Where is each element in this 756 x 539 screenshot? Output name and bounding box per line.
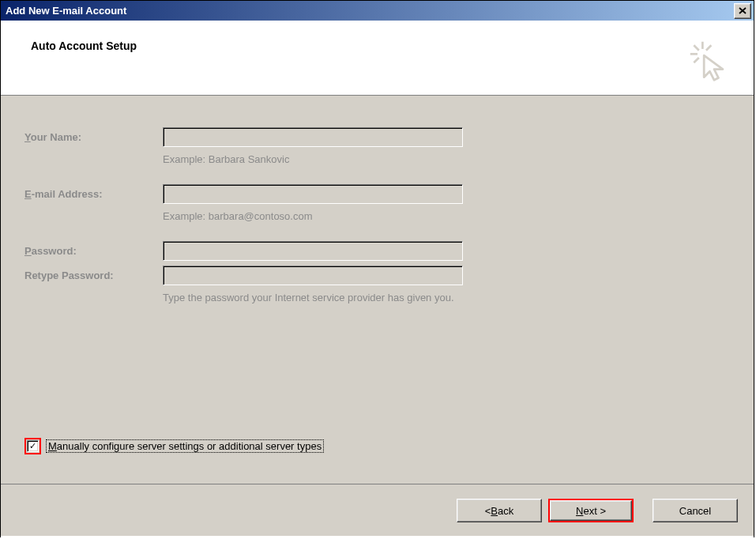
form-area: Your Name: Example: Barbara Sankovic E-m… [1,96,754,484]
page-title: Auto Account Setup [31,40,137,52]
retype-label: Retype Password: [24,266,163,281]
name-input [163,127,463,147]
manual-config-label[interactable]: Manually configure server settings or ad… [46,439,324,453]
password-input [163,241,463,261]
wizard-header: Auto Account Setup [1,21,754,96]
close-button[interactable] [734,3,751,19]
email-label: E-mail Address: [24,184,163,200]
cursor-spark-icon [688,40,732,85]
svg-line-2 [694,45,698,50]
check-icon: ✓ [29,442,36,450]
email-input [163,184,463,204]
titlebar[interactable]: Add New E-mail Account [1,1,754,21]
retype-hint: Type the password your Internet service … [163,292,463,303]
password-label: Password: [24,241,163,257]
wizard-footer: < Back Next > Cancel [1,484,754,537]
close-icon [739,7,747,14]
email-hint: Example: barbara@contoso.com [163,210,463,222]
svg-line-3 [706,45,711,50]
cancel-button[interactable]: Cancel [653,499,738,522]
name-hint: Example: Barbara Sankovic [163,153,463,165]
window-title: Add New E-mail Account [6,5,734,17]
manual-config-checkbox[interactable]: ✓ [27,440,39,452]
back-button[interactable]: < Back [457,499,542,522]
svg-line-4 [694,58,698,62]
retype-input [163,266,463,285]
name-label: Your Name: [24,127,163,143]
next-button[interactable]: Next > [550,500,632,521]
